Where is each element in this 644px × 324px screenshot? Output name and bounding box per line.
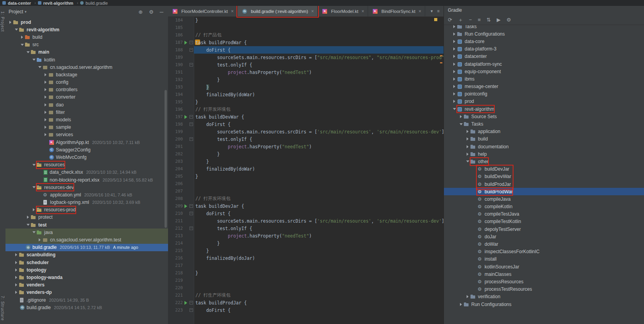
project-tree-item-cn-sagacloud-server-algorithm-test[interactable]: cn.sagacloud.server.algorithm.test <box>5 236 168 243</box>
project-tree-item-controllers[interactable]: controllers <box>5 86 168 94</box>
gradle-tree-item-buildprodjar[interactable]: ⚙buildProdJar <box>444 180 644 188</box>
expand-arrow[interactable] <box>25 51 30 53</box>
project-tree-item-build-gradle[interactable]: Gbuild.gradle2020/6/16 10:13, 11.77 kBA … <box>5 244 168 251</box>
expand-arrow[interactable] <box>25 216 30 219</box>
gradle-tree-item-compilekotlin[interactable]: ⚙compileKotlin <box>444 203 644 211</box>
expand-arrow[interactable] <box>20 44 25 46</box>
gradle-tree-item-compilejava[interactable]: ⚙compileJava <box>444 195 644 203</box>
expand-arrow[interactable] <box>452 77 457 81</box>
project-tree-item-main[interactable]: main <box>5 49 168 56</box>
expand-arrow[interactable] <box>452 85 457 88</box>
project-tree-item-dao[interactable]: dao <box>5 101 168 108</box>
gradle-tree-item-other[interactable]: other <box>444 158 644 165</box>
close-icon[interactable]: × <box>231 9 234 14</box>
gradle-tree-item-ibms[interactable]: ibms <box>444 75 644 83</box>
project-tree-item-converter[interactable]: converter <box>5 94 168 101</box>
code-line-222[interactable]: 222task buildProdJar { <box>168 299 444 306</box>
expand-arrow[interactable] <box>14 261 19 264</box>
hidden-tabs-icon[interactable]: ▾ <box>431 9 433 13</box>
code-line-206[interactable]: 206 <box>168 180 444 187</box>
expand-arrow[interactable] <box>452 25 457 28</box>
gradle-tree-item-message-center[interactable]: message-center <box>444 83 644 90</box>
gradle-tree-item-kotlinsourcesjar[interactable]: ⚙kotlinSourcesJar <box>444 263 644 270</box>
code-line-211[interactable]: 211 sourceSets.main.resources.srcDirs = … <box>168 217 444 225</box>
project-tree-item-scheduler[interactable]: scheduler <box>5 259 168 266</box>
expand-arrow[interactable] <box>37 238 42 241</box>
code-editor[interactable]: 184}185186// 打产品包187task buildProdWar {1… <box>168 16 444 324</box>
fold-marker[interactable] <box>188 204 194 208</box>
expand-arrow[interactable] <box>14 276 19 279</box>
project-tree-item-services[interactable]: services <box>5 131 168 139</box>
expand-arrow[interactable] <box>43 133 48 136</box>
code-line-220[interactable]: 220 <box>168 284 444 292</box>
gradle-tree-item-run-configurations[interactable]: Run Configurations <box>444 30 644 38</box>
gradle-tree-item-dowar[interactable]: ⚙doWar <box>444 240 644 248</box>
close-icon[interactable]: × <box>311 9 314 14</box>
gradle-tree-item-source-sets[interactable]: Source Sets <box>444 113 644 120</box>
gradle-tree-item-equip-component[interactable]: equip-component <box>444 68 644 75</box>
project-tree-item-venders[interactable]: venders <box>5 281 168 289</box>
run-task-gutter-icon[interactable] <box>183 115 188 119</box>
project-tree-item-revit-algorithm[interactable]: revit-algorithm <box>5 26 168 33</box>
project-tree-item-logback-spring-xml[interactable]: logback-spring.xml2020/1/10 10:32, 3.69 … <box>5 199 168 206</box>
expand-arrow[interactable] <box>452 32 457 36</box>
fold-marker[interactable] <box>188 308 194 312</box>
run-task-gutter-icon[interactable] <box>183 301 188 305</box>
run-task-gutter-icon[interactable] <box>183 41 188 45</box>
close-icon[interactable]: × <box>361 9 364 14</box>
code-line-196[interactable]: 196// 打开发环境包 <box>168 106 444 113</box>
expand-arrow[interactable] <box>20 36 25 39</box>
expand-arrow[interactable] <box>43 118 48 121</box>
expand-all-icon[interactable]: ⇅ <box>487 17 491 22</box>
refresh-icon[interactable]: ⟳ <box>448 17 452 22</box>
tab-menu-icon[interactable]: ≡ <box>437 9 440 13</box>
project-tree-item-non-blocking-report-xlsx[interactable]: non-blocking-report.xlsx2020/5/13 14:58,… <box>5 176 168 184</box>
expand-arrow[interactable] <box>452 63 457 66</box>
expand-arrow[interactable] <box>14 268 19 272</box>
expand-arrow[interactable] <box>465 137 470 140</box>
stripe-project-button[interactable]: 1: Project <box>0 11 5 32</box>
editor-tab-floormodelcontroller-kt[interactable]: KFloorModelController.kt× <box>168 6 238 16</box>
fold-marker[interactable] <box>188 227 194 230</box>
code-line-192[interactable]: 192 } <box>168 76 444 83</box>
project-tree-item-protect[interactable]: protect <box>5 214 168 221</box>
gradle-tree-item-help[interactable]: help <box>444 150 644 158</box>
expand-arrow[interactable] <box>452 92 457 95</box>
expand-arrow[interactable] <box>465 160 470 162</box>
gradle-settings-icon[interactable]: ⚙ <box>506 17 511 22</box>
fold-marker[interactable] <box>188 115 194 119</box>
breadcrumb-item-revit-algorithm[interactable]: revit-algorithm <box>38 1 73 5</box>
expand-arrow[interactable] <box>452 108 457 110</box>
gradle-tree-item-revit-algorithm[interactable]: revit-algorithm <box>444 105 644 113</box>
code-line-194[interactable]: 194 finalizedBy(doWar) <box>168 91 444 98</box>
project-tree-item-build-gradle[interactable]: Gbuild.gradle2020/5/14 14:15, 2.72 kB <box>5 304 168 311</box>
expand-arrow[interactable] <box>31 231 36 233</box>
expand-arrow[interactable] <box>25 224 30 226</box>
code-line-186[interactable]: 186// 打产品包 <box>168 31 444 39</box>
expand-arrow[interactable] <box>452 100 457 103</box>
gradle-tree-item-processresources[interactable]: ⚙processResources <box>444 278 644 285</box>
gradle-tree-item-data-core[interactable]: data-core <box>444 38 644 45</box>
detach-project-icon[interactable]: − <box>469 17 472 22</box>
code-line-187[interactable]: 187task buildProdWar { <box>168 39 444 46</box>
gradle-tree-item-mainclasses[interactable]: ⚙mainClasses <box>444 270 644 278</box>
expand-arrow[interactable] <box>458 123 463 125</box>
gradle-tree-item-run-configurations[interactable]: Run Configurations <box>444 301 644 308</box>
code-line-217[interactable]: 217 <box>168 262 444 269</box>
project-tree-item-src[interactable]: src <box>5 41 168 49</box>
expand-arrow[interactable] <box>452 40 457 43</box>
project-tree-item-swagger2config[interactable]: CSwagger2Config <box>5 146 168 153</box>
project-tree-item-test[interactable]: test <box>5 221 168 229</box>
editor-tab-bindfloorsync-kt[interactable]: KBindFloorSync.kt× <box>368 6 425 16</box>
code-line-198[interactable]: 198 doFirst { <box>168 121 444 128</box>
project-tree-item-cn-sagacloud-server-algorithm[interactable]: cn.sagacloud.server.algorithm <box>5 63 168 71</box>
gradle-tree-item-buildprodwar[interactable]: ⚙buildProdWar <box>444 188 644 195</box>
run-task-icon[interactable]: ▶ <box>497 17 501 22</box>
gradle-tree-item-inspectclassesforkotlinic[interactable]: ⚙inspectClassesForKotlinIC <box>444 248 644 256</box>
expand-arrow[interactable] <box>14 29 19 31</box>
stripe-structure-button[interactable]: 7: Structure <box>0 296 5 321</box>
project-tree-item-resources-prod[interactable]: resources-prod <box>5 206 168 214</box>
project-tree-item-algorithmapp-kt[interactable]: KAlgorithmApp.kt2020/1/10 10:32, 7.11 kB <box>5 139 168 146</box>
fold-marker[interactable] <box>188 41 194 44</box>
gradle-tree-item-builddevjar[interactable]: ⚙buildDevJar <box>444 166 644 173</box>
